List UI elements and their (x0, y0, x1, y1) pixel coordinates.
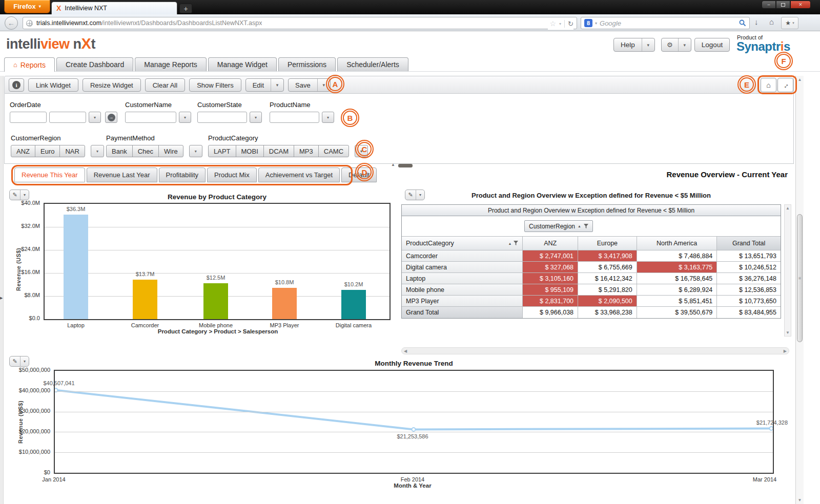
nav-tab-reports[interactable]: ⌂Reports (4, 57, 55, 72)
filter-dropdown-customername[interactable]: ▾ (179, 112, 191, 123)
row-label-cell[interactable]: Digital camera (402, 262, 523, 272)
data-point-mar-2014[interactable] (770, 427, 773, 430)
new-tab-button[interactable]: + (179, 4, 192, 13)
filter-icon[interactable] (514, 240, 518, 247)
bar-mp3-player[interactable] (272, 288, 297, 319)
bookmarks-button[interactable]: ★ ▾ (781, 17, 798, 29)
info-button[interactable]: i (9, 78, 24, 92)
downloads-icon[interactable]: ↓ (754, 17, 758, 26)
filter-icon[interactable] (584, 223, 588, 230)
nav-tab-permissions[interactable]: Permissions (278, 57, 336, 71)
filter-option-chec[interactable]: Chec (132, 145, 159, 157)
filter-go-button[interactable]: → (105, 112, 117, 123)
filter-input-productname[interactable] (270, 112, 319, 123)
chevron-down-icon[interactable]: ▾ (595, 21, 597, 26)
chevron-down-icon[interactable]: ▾ (559, 22, 561, 26)
dashboard-tab-profitability[interactable]: Profitability (159, 167, 206, 182)
filter-option-anz[interactable]: ANZ (11, 145, 35, 157)
logout-button[interactable]: Logout (694, 38, 730, 52)
filter-dropdown-paymentmethod[interactable]: ▾ (189, 145, 202, 157)
resize-widget-button[interactable]: Resize Widget (83, 78, 141, 92)
row-label-cell[interactable]: Grand Total (402, 307, 523, 318)
save-button[interactable]: Save ▾ (288, 78, 331, 92)
refresh-icon[interactable]: ↻ (564, 20, 573, 28)
back-button[interactable]: ← (5, 16, 18, 30)
chevron-down-icon[interactable]: ▾ (271, 79, 283, 91)
filter-option-euro[interactable]: Euro (35, 145, 60, 157)
settings-button[interactable]: ⚙ ▾ (661, 38, 691, 52)
search-icon[interactable] (739, 19, 746, 27)
scroll-up-icon[interactable]: ▲ (785, 206, 791, 211)
row-label-cell[interactable]: Laptop (402, 273, 523, 284)
browser-tab[interactable]: X Intelliview NXT (51, 2, 177, 14)
scrollbar-handle[interactable]: ≡ (797, 214, 803, 342)
edit-button[interactable]: Edit ▾ (245, 78, 284, 92)
filter-option-wire[interactable]: Wire (158, 145, 183, 157)
page-scrollbar[interactable]: ▲ ≡ ▼ (795, 76, 804, 504)
collapse-handle[interactable] (398, 164, 413, 167)
filter-option-lapt[interactable]: LAPT (208, 145, 236, 157)
chevron-down-icon[interactable]: ▾ (642, 38, 654, 51)
nav-tab-manage-widget[interactable]: Manage Widget (208, 57, 277, 71)
dashboard-tab-achievement-vs-target[interactable]: Achievement vs Target (258, 167, 340, 182)
firefox-menu-button[interactable]: Firefox ▾ (4, 0, 50, 13)
filter-option-mp3[interactable]: MP3 (294, 145, 319, 157)
column-header-productcategory[interactable]: ProductCategory▲ (402, 237, 523, 250)
dashboard-home-button[interactable]: ⌂ (761, 78, 776, 92)
filter-option-camc[interactable]: CAMC (318, 145, 349, 157)
scroll-right-icon[interactable]: ▶ (784, 349, 787, 353)
filter-dropdown-orderdate[interactable]: ▾ (89, 112, 101, 123)
bar-digital-camera[interactable] (341, 290, 366, 319)
minimize-button[interactable]: – (762, 1, 776, 9)
filter-input-customerstate[interactable] (197, 112, 247, 123)
filter-input-orderdate[interactable] (49, 112, 86, 123)
filter-option-bank[interactable]: Bank (106, 145, 133, 157)
dashboard-tab-product-mix[interactable]: Product Mix (207, 167, 257, 182)
row-label-cell[interactable]: MP3 Player (402, 296, 523, 306)
column-header-north-america[interactable]: North America (637, 237, 717, 250)
scroll-down-icon[interactable]: ▼ (796, 498, 804, 502)
help-button[interactable]: Help ▾ (613, 38, 655, 52)
fullscreen-button[interactable]: ↔ (777, 78, 793, 92)
table-horizontal-scrollbar[interactable]: ◀ ▶ (401, 347, 789, 354)
nav-tab-manage-reports[interactable]: Manage Reports (135, 57, 207, 71)
table-vertical-scrollbar[interactable]: ▲ ▼ (784, 204, 791, 337)
bar-laptop[interactable] (64, 215, 88, 319)
dashboard-tab-revenue-last-year[interactable]: Revenue Last Year (87, 167, 157, 182)
filter-dropdown-customerregion[interactable]: ▾ (91, 145, 104, 157)
scroll-left-icon[interactable]: ◀ (404, 349, 407, 353)
scroll-down-icon[interactable]: ▼ (785, 330, 791, 335)
column-header-grand-total[interactable]: Grand Total (717, 237, 781, 250)
filter-dropdown-productname[interactable]: ▾ (322, 112, 334, 123)
data-point-feb-2014[interactable] (412, 428, 416, 431)
close-button[interactable]: ✕ (790, 1, 811, 9)
nav-tab-scheduler-alerts[interactable]: Scheduler/Alerts (337, 57, 408, 71)
expand-panel-icon[interactable]: ▶ (0, 296, 3, 300)
filter-input-customername[interactable] (125, 112, 176, 123)
link-widget-button[interactable]: Link Widget (28, 78, 78, 92)
row-label-cell[interactable]: Camcorder (402, 250, 523, 261)
bookmark-star-icon[interactable]: ☆ (550, 19, 557, 28)
clear-all-button[interactable]: Clear All (145, 78, 185, 92)
home-icon[interactable]: ⌂ (769, 17, 774, 26)
nav-tab-create-dashboard[interactable]: Create Dashboard (56, 57, 133, 71)
bar-camcorder[interactable] (133, 280, 157, 319)
filter-dropdown-customerstate[interactable]: ▾ (250, 112, 262, 123)
column-header-europe[interactable]: Europe (578, 237, 637, 250)
chevron-down-icon[interactable]: ▾ (678, 38, 691, 51)
show-filters-button[interactable]: Show Filters (189, 78, 241, 92)
bar-mobile-phone[interactable] (203, 283, 228, 319)
collapse-arrow-icon[interactable]: ▲ (391, 162, 395, 167)
url-bar[interactable]: trials.intelliviewnxt.com/intelliviewnxt… (23, 17, 577, 29)
filter-option-mobi[interactable]: MOBI (236, 145, 264, 157)
filter-option-dcam[interactable]: DCAM (263, 145, 294, 157)
search-input[interactable]: 8 ▾ Google (581, 17, 750, 29)
scroll-up-icon[interactable]: ▲ (796, 77, 804, 82)
dashboard-tab-revenue-this-year[interactable]: Revenue This Year (14, 167, 85, 182)
row-label-cell[interactable]: Mobile phone (402, 284, 523, 295)
filter-option-nar[interactable]: NAR (59, 145, 85, 157)
chevron-down-icon[interactable]: ▾ (20, 356, 29, 366)
filter-input-orderdate[interactable] (10, 112, 47, 123)
line-widget-edit-button[interactable]: ✎ ▾ (9, 356, 29, 367)
maximize-button[interactable] (776, 1, 790, 9)
